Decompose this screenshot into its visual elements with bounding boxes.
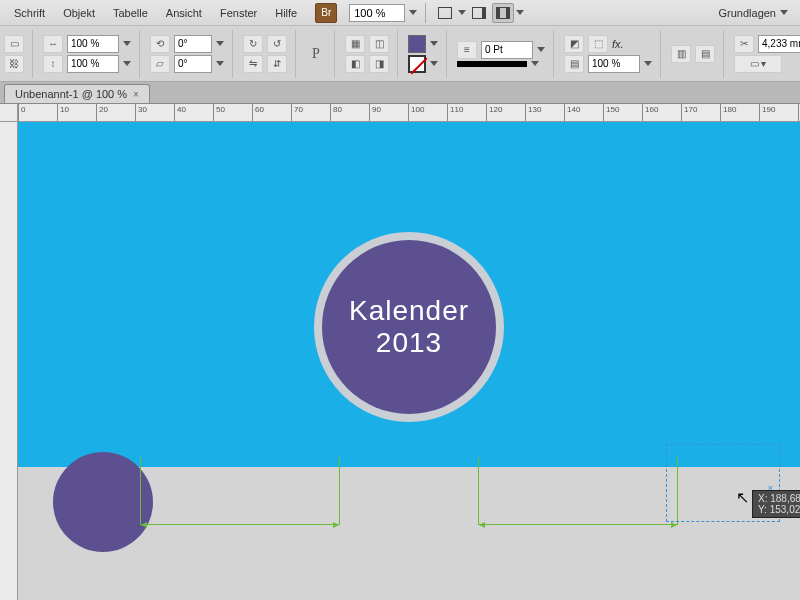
paragraph-style-icon[interactable]: P (306, 45, 326, 63)
small-circle[interactable] (53, 452, 153, 552)
grid-icon-2[interactable]: ▤ (695, 45, 715, 63)
fx-label[interactable]: fx. (612, 38, 624, 50)
opacity-bottom-input[interactable] (67, 55, 119, 73)
flip-h-icon[interactable]: ⇋ (243, 55, 263, 73)
stroke-style-sample[interactable] (457, 61, 527, 67)
menu-bar: Schrift Objekt Tabelle Ansicht Fenster H… (0, 0, 800, 26)
dropdown-icon[interactable] (537, 47, 545, 52)
dropdown-icon[interactable] (644, 61, 652, 66)
document-tab-bar: Unbenannt-1 @ 100 % × (0, 82, 800, 104)
horizontal-ruler[interactable]: 0102030405060708090100110120130140150160… (18, 104, 800, 122)
dropdown-icon[interactable] (123, 41, 131, 46)
effect-icon-b[interactable]: ⬚ (588, 35, 608, 53)
opacity-top-input[interactable] (67, 35, 119, 53)
tab-label: Unbenannt-1 @ 100 % (15, 88, 127, 100)
menu-objekt[interactable]: Objekt (55, 3, 103, 23)
effect-icon-a[interactable]: ◩ (564, 35, 584, 53)
workspace-label: Grundlagen (719, 7, 777, 19)
wrap-icon-3[interactable]: ◧ (345, 55, 365, 73)
rotate-icon: ⟲ (150, 35, 170, 53)
dropdown-icon[interactable] (516, 10, 524, 15)
canvas[interactable]: Kalender 2013 × X: 188,68 Y: 153,02 (18, 122, 800, 600)
scale-y-icon: ↕ (43, 55, 63, 73)
measure-guide-right (478, 457, 678, 525)
workspace-switcher[interactable]: Grundlagen (713, 3, 795, 23)
rotate-ccw-icon[interactable]: ↺ (267, 35, 287, 53)
zoom-input[interactable] (349, 4, 405, 22)
dropdown-icon[interactable] (216, 41, 224, 46)
view-mode-a[interactable] (434, 3, 456, 23)
options-dropdown[interactable]: ▭ ▾ (734, 55, 782, 73)
view-mode-c[interactable] (492, 3, 514, 23)
menu-schrift[interactable]: Schrift (6, 3, 53, 23)
angle-bottom-input[interactable] (174, 55, 212, 73)
zoom-control[interactable] (349, 4, 417, 22)
document-tab[interactable]: Unbenannt-1 @ 100 % × (4, 84, 150, 103)
control-toolbar: ▭ ⛓ ↔ ↕ ⟲ ▱ ↻ ↺ ⇋ ⇵ P (0, 26, 800, 82)
shear-icon: ▱ (150, 55, 170, 73)
title-line-2: 2013 (376, 327, 442, 359)
wrap-icon-2[interactable]: ◫ (369, 35, 389, 53)
crop-icon[interactable]: ✂ (734, 35, 754, 53)
separator (425, 3, 426, 23)
angle-top-input[interactable] (174, 35, 212, 53)
dropdown-icon[interactable] (458, 10, 466, 15)
dropdown-icon[interactable] (430, 61, 438, 66)
stroke-weight-icon: ≡ (457, 41, 477, 59)
menu-tabelle[interactable]: Tabelle (105, 3, 156, 23)
measure-guide-left (140, 457, 340, 525)
dropdown-icon[interactable] (430, 41, 438, 46)
flip-v-icon[interactable]: ⇵ (267, 55, 287, 73)
vertical-ruler[interactable] (0, 122, 18, 600)
stroke-weight-input[interactable] (481, 41, 533, 59)
title-line-1: Kalender (349, 295, 469, 327)
rotate-cw-icon[interactable]: ↻ (243, 35, 263, 53)
cursor-tooltip: X: 188,68 Y: 153,02 (752, 490, 800, 518)
ruler-origin[interactable] (0, 104, 18, 122)
opacity-icon: ▤ (564, 55, 584, 73)
menu-fenster[interactable]: Fenster (212, 3, 265, 23)
stroke-swatch[interactable] (408, 55, 426, 73)
view-mode-b[interactable] (468, 3, 490, 23)
dropdown-icon (780, 10, 788, 15)
title-circle[interactable]: Kalender 2013 (322, 240, 496, 414)
bridge-button[interactable]: Br (315, 3, 337, 23)
wrap-icon-4[interactable]: ◨ (369, 55, 389, 73)
dropdown-icon[interactable] (123, 61, 131, 66)
menu-ansicht[interactable]: Ansicht (158, 3, 210, 23)
page-icon[interactable]: ▭ (4, 35, 24, 53)
measure-input[interactable] (758, 35, 800, 53)
menu-hilfe[interactable]: Hilfe (267, 3, 305, 23)
wrap-icon-1[interactable]: ▦ (345, 35, 365, 53)
stroke-pct-input[interactable] (588, 55, 640, 73)
dropdown-icon[interactable] (216, 61, 224, 66)
grid-icon-1[interactable]: ▥ (671, 45, 691, 63)
scale-x-icon: ↔ (43, 35, 63, 53)
dropdown-icon[interactable] (531, 61, 539, 66)
cursor-icon (738, 492, 752, 506)
dropdown-icon[interactable] (409, 10, 417, 15)
fill-swatch[interactable] (408, 35, 426, 53)
close-icon[interactable]: × (133, 89, 139, 100)
chain-icon[interactable]: ⛓ (4, 55, 24, 73)
work-area: Kalender 2013 × X: 188,68 Y: 153,02 (0, 122, 800, 600)
